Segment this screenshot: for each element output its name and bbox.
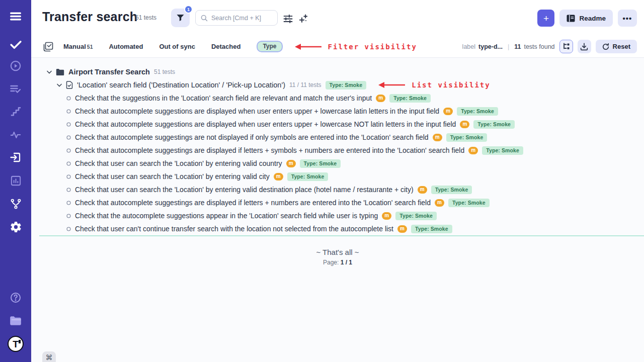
refresh-icon [602, 43, 609, 50]
test-case-title: Check that the autocomplete suggestions … [75, 212, 378, 220]
test-status-circle-icon [66, 201, 71, 205]
suite-name: 'Location' search field ('Destination Lo… [77, 81, 285, 89]
download-button[interactable] [578, 40, 591, 53]
active-filter-summary: label type-d... | 11 tests found [462, 43, 555, 50]
play-circle-icon[interactable] [9, 59, 23, 73]
test-case-title: Check that autocomplete suggestings are … [75, 133, 429, 141]
test-case-row[interactable]: Check that autocomplete suggestings are … [66, 131, 644, 144]
manual-badge: m [382, 212, 391, 220]
user-avatar[interactable]: T [8, 336, 24, 352]
test-case-row[interactable]: Check that autocomplete suggestions are … [66, 105, 644, 118]
chevron-down-icon[interactable] [47, 70, 52, 74]
add-button[interactable]: + [537, 10, 554, 27]
ai-sparkles-icon[interactable] [298, 14, 308, 24]
reports-chart-icon[interactable] [9, 173, 23, 188]
folder-row[interactable]: Airport Transfer Search 51 tests [47, 65, 644, 78]
tab-detached[interactable]: Detached [211, 43, 241, 50]
test-case-title: Check that autocomplete suggestions are … [75, 120, 456, 128]
test-case-row[interactable]: Check that autocomplete suggestions are … [66, 118, 644, 131]
search-input[interactable] [211, 15, 269, 22]
tab-out-of-sync[interactable]: Out of sync [159, 43, 195, 50]
type-smoke-tag: Type: Smoke [395, 212, 437, 220]
test-case-row[interactable]: Check that user can search the 'Location… [66, 170, 644, 183]
tests-container: Check that the suggestions in the 'Locat… [31, 92, 644, 235]
reset-label: Reset [613, 43, 630, 50]
manual-badge: m [435, 199, 444, 207]
menu-icon[interactable] [9, 9, 23, 23]
page-title: Transfer search [42, 10, 137, 24]
test-case-title: Check that user can't continue transfer … [75, 225, 393, 233]
type-smoke-tag: Type: Smoke [287, 172, 329, 181]
milestones-stairs-icon[interactable] [9, 105, 23, 119]
projects-folder-icon[interactable] [9, 314, 23, 328]
filter-label-prefix: label [462, 43, 475, 50]
test-status-circle-icon [66, 96, 71, 101]
document-icon [66, 81, 73, 89]
filter-visibility-annotation: Filter visibility [328, 43, 417, 51]
test-case-row[interactable]: Check that the suggestions in the 'Locat… [66, 92, 644, 105]
search-box[interactable] [195, 10, 278, 26]
test-case-row[interactable]: Check that the autocomplete suggestions … [66, 209, 644, 222]
filter-label-value: type-d... [478, 43, 503, 50]
test-case-title: Check that autocomplete suggestions are … [75, 107, 439, 115]
download-icon [580, 43, 588, 51]
manual-badge: m [418, 186, 427, 194]
test-cases-icon[interactable] [9, 37, 23, 51]
page-label: Page: [323, 259, 339, 266]
type-filter-chip[interactable]: Type [257, 41, 282, 52]
manual-badge: m [468, 147, 478, 154]
gear-icon[interactable] [9, 220, 23, 234]
test-case-title: Check that user can search the 'Location… [75, 159, 282, 167]
test-status-circle-icon [66, 161, 71, 166]
activity-pulse-icon[interactable] [9, 128, 23, 142]
manual-badge: m [286, 160, 296, 167]
search-icon [201, 15, 208, 22]
type-smoke-tag: Type: Smoke [411, 225, 452, 233]
avatar-logo: T [13, 339, 19, 349]
test-case-title: Check that the suggestions in the 'Locat… [75, 94, 372, 102]
toolbar-right: label type-d... | 11 tests found Reset [462, 36, 637, 57]
manual-badge: m [433, 134, 442, 141]
test-case-row[interactable]: Check that user can search the 'Location… [66, 157, 644, 170]
test-case-row[interactable]: Check that user can search the 'Location… [66, 183, 644, 196]
manual-badge: m [443, 108, 453, 115]
keyboard-shortcuts-button[interactable]: ⌘ [42, 351, 56, 362]
tree-view-button[interactable] [559, 40, 573, 53]
filter-annotation-group: Filter visibility [294, 43, 417, 51]
readme-button[interactable]: Readme [559, 10, 613, 27]
help-icon[interactable] [9, 291, 23, 305]
chevron-down-icon[interactable] [57, 83, 62, 87]
manual-badge: m [274, 173, 283, 180]
tree-view-icon [562, 43, 570, 50]
display-settings-icon[interactable] [283, 14, 293, 24]
list-annotation-group: List visibility [377, 81, 490, 89]
type-smoke-tag: Type: Smoke [473, 120, 515, 129]
test-status-circle-icon [66, 174, 71, 179]
type-smoke-tag: Type: Smoke [446, 133, 488, 142]
test-case-row[interactable]: Check that user can't continue transfer … [66, 222, 644, 235]
manual-badge: m [376, 95, 385, 102]
test-runs-icon[interactable] [9, 82, 23, 96]
header-actions: + Readme ••• [537, 10, 637, 27]
suite-count: 11 / 11 tests [289, 81, 321, 88]
test-case-title: Check that user can search the 'Location… [75, 186, 414, 194]
test-case-title: Check that autocomplete suggestings are … [75, 199, 431, 207]
readme-label: Readme [579, 15, 606, 22]
suite-row[interactable]: 'Location' search field ('Destination Lo… [57, 78, 644, 92]
tab-manual[interactable]: Manual51 [63, 43, 93, 50]
select-all-icon[interactable] [43, 42, 53, 52]
type-smoke-tag: Type: Smoke [457, 107, 498, 116]
type-smoke-tag: Type: Smoke [431, 186, 472, 194]
red-left-arrow-icon [377, 81, 406, 88]
list-visibility-annotation: List visibility [412, 81, 490, 89]
tab-automated[interactable]: Automated [109, 43, 143, 50]
reset-button[interactable]: Reset [596, 40, 637, 53]
filter-count-badge: 1 [184, 5, 193, 14]
test-case-row[interactable]: Check that autocomplete suggestings are … [66, 144, 644, 157]
red-left-arrow-icon [294, 43, 322, 50]
branch-icon[interactable] [9, 197, 23, 211]
more-options-button[interactable]: ••• [618, 10, 637, 27]
test-case-row[interactable]: Check that autocomplete suggestings are … [66, 196, 644, 209]
import-icon[interactable] [9, 150, 23, 164]
filter-tabs: Manual51 Automated Out of sync Detached … [63, 36, 417, 57]
